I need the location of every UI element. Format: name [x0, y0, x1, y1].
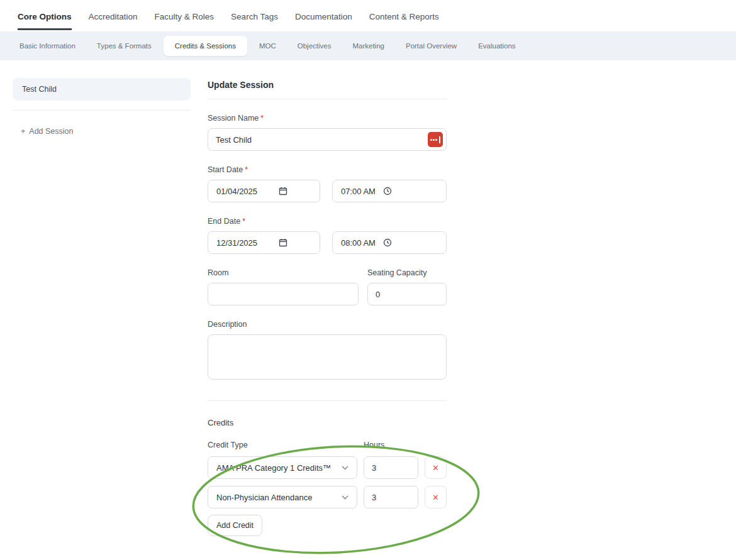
required-asterisk: *: [260, 114, 264, 123]
subtab-basic-information[interactable]: Basic Information: [10, 36, 85, 55]
subtab-moc[interactable]: MOC: [250, 36, 286, 55]
x-icon: ✕: [432, 463, 439, 473]
subtab-evaluations[interactable]: Evaluations: [469, 36, 525, 55]
start-time-value: 07:00 AM: [341, 187, 376, 196]
start-date-input[interactable]: 01/04/2025: [208, 180, 320, 202]
seating-capacity-input[interactable]: [367, 283, 447, 305]
room-field: Room: [208, 254, 359, 305]
credits-divider: [208, 400, 447, 401]
end-date-row: 12/31/2025 08:00 AM: [208, 231, 447, 254]
credit-hours-input[interactable]: [364, 486, 418, 508]
secondary-nav: Basic Information Types & Formats Credit…: [0, 31, 736, 60]
credit-hours-input[interactable]: [364, 456, 418, 479]
credits-section-label: Credits: [208, 418, 447, 427]
credit-type-select[interactable]: Non-Physician Attendance: [208, 486, 357, 508]
title-divider: [208, 99, 447, 99]
credit-type-value: AMA PRA Category 1 Credits™: [216, 463, 331, 473]
room-input[interactable]: [208, 283, 359, 305]
add-credit-button[interactable]: Add Credit: [208, 515, 262, 536]
tab-core-options[interactable]: Core Options: [18, 12, 72, 30]
add-session-button[interactable]: + Add Session: [21, 127, 74, 136]
session-name-input[interactable]: [208, 128, 447, 151]
start-date-value: 01/04/2025: [216, 187, 257, 196]
room-seating-row: Room Seating Capacity: [208, 254, 447, 305]
add-session-label: Add Session: [29, 127, 73, 136]
end-date-label-text: End Date: [208, 217, 240, 226]
page-title: Update Session: [208, 80, 447, 90]
remove-credit-button[interactable]: ✕: [425, 456, 447, 479]
calendar-icon[interactable]: [279, 187, 287, 195]
credit-row: AMA PRA Category 1 Credits™ ✕: [208, 456, 447, 479]
end-time-input[interactable]: 08:00 AM: [332, 231, 447, 254]
start-date-label: Start Date*: [208, 165, 447, 174]
session-name-label: Session Name*: [208, 114, 447, 123]
autofill-bar: [439, 136, 440, 143]
tab-accreditation[interactable]: Accreditation: [89, 12, 138, 30]
session-name-wrap: [208, 128, 447, 151]
chevron-down-icon: [342, 466, 348, 470]
subtab-credits-sessions[interactable]: Credits & Sessions: [164, 36, 247, 56]
required-asterisk: *: [245, 165, 248, 174]
required-asterisk: *: [242, 217, 245, 226]
tab-documentation[interactable]: Documentation: [295, 12, 352, 30]
primary-nav: Core Options Accreditation Faculty & Rol…: [0, 0, 736, 31]
plus-icon: +: [21, 127, 25, 136]
end-date-value: 12/31/2025: [216, 238, 257, 248]
seating-capacity-label: Seating Capacity: [367, 268, 447, 277]
end-time-value: 08:00 AM: [341, 238, 376, 248]
credit-type-value: Non-Physician Attendance: [216, 493, 312, 502]
tab-content-reports[interactable]: Content & Reports: [369, 12, 439, 30]
x-icon: ✕: [432, 493, 439, 502]
end-date-input[interactable]: 12/31/2025: [208, 231, 320, 254]
sidebar-divider: [13, 110, 191, 111]
credits-header: Credit Type Hours: [208, 441, 447, 449]
clock-icon[interactable]: [383, 238, 392, 247]
subtab-types-formats[interactable]: Types & Formats: [87, 36, 161, 55]
chevron-down-icon: [342, 495, 348, 500]
start-date-row: 01/04/2025 07:00 AM: [208, 180, 447, 202]
hours-header: Hours: [364, 441, 384, 449]
remove-credit-button[interactable]: ✕: [425, 486, 447, 508]
seating-capacity-field: Seating Capacity: [367, 254, 447, 305]
session-name-label-text: Session Name: [208, 114, 259, 123]
autofill-dot: [433, 139, 435, 141]
tab-search-tags[interactable]: Search Tags: [231, 12, 278, 30]
credit-row: Non-Physician Attendance ✕: [208, 486, 447, 508]
calendar-icon[interactable]: [279, 238, 287, 247]
autofill-extension-icon[interactable]: [428, 132, 443, 147]
start-time-input[interactable]: 07:00 AM: [332, 180, 447, 202]
room-label: Room: [208, 268, 359, 277]
clock-icon[interactable]: [383, 187, 392, 195]
tab-faculty-roles[interactable]: Faculty & Roles: [155, 12, 215, 30]
subtab-objectives[interactable]: Objectives: [288, 36, 341, 55]
end-date-label: End Date*: [208, 217, 447, 226]
credit-type-select[interactable]: AMA PRA Category 1 Credits™: [208, 456, 357, 479]
subtab-marketing[interactable]: Marketing: [343, 36, 394, 55]
session-list-item[interactable]: Test Child: [13, 78, 191, 101]
update-session-form: Update Session Session Name* Start Date*…: [208, 78, 447, 536]
subtab-portal-overview[interactable]: Portal Overview: [396, 36, 466, 55]
description-textarea[interactable]: [208, 334, 447, 380]
credit-type-header: Credit Type: [208, 441, 364, 449]
start-date-label-text: Start Date: [208, 165, 243, 174]
description-label: Description: [208, 320, 447, 329]
session-sidebar: Test Child + Add Session: [13, 78, 191, 136]
autofill-dot: [435, 139, 437, 141]
content-area: Test Child + Add Session Update Session …: [0, 60, 736, 536]
autofill-dot: [430, 139, 432, 141]
